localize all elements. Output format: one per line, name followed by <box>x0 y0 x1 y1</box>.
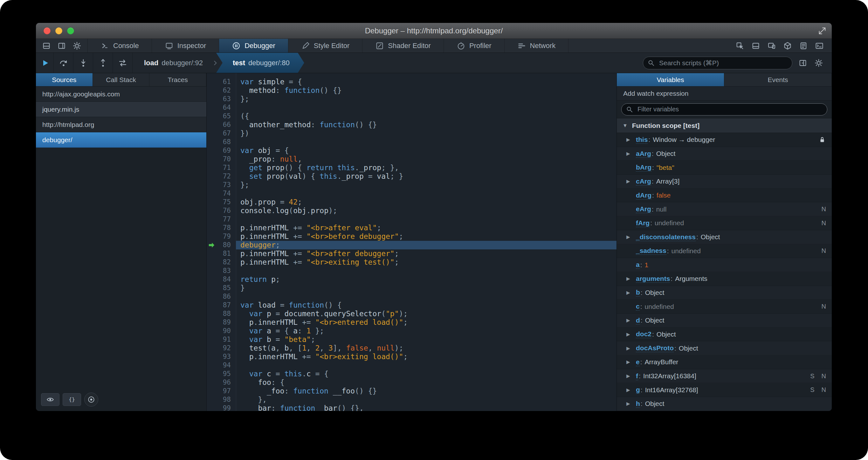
variable-row-docasproto[interactable]: ▶docAsProto:Object <box>617 341 832 355</box>
line-number[interactable]: 76 <box>207 206 236 215</box>
line-content[interactable]: ({ <box>236 112 617 121</box>
line-content[interactable]: foo: { <box>236 378 617 387</box>
expand-arrow-icon[interactable]: ▶ <box>626 373 636 379</box>
line-number[interactable]: 79 <box>207 232 236 241</box>
tab-inspector[interactable]: Inspector <box>152 39 219 53</box>
code-editor[interactable]: 61var simple = {62 method: function() {}… <box>207 73 617 411</box>
line-number[interactable]: 66 <box>207 121 236 129</box>
line-number[interactable]: 84 <box>207 275 236 284</box>
expand-arrow-icon[interactable]: ▶ <box>626 387 636 393</box>
tab-console[interactable]: Console <box>88 39 152 53</box>
expand-arrow-icon[interactable]: ▶ <box>626 401 636 407</box>
source-item-debugger-[interactable]: debugger/ <box>36 132 206 148</box>
expand-arrow-icon[interactable]: ▶ <box>626 317 636 323</box>
line-content[interactable]: p.innerHTML += "<br>before debugger"; <box>236 232 617 241</box>
line-content[interactable]: _prop: null, <box>236 155 617 164</box>
line-number[interactable]: 93 <box>207 352 236 361</box>
variable-row-earg[interactable]: eArg:nullN <box>617 202 832 216</box>
line-number[interactable]: 92 <box>207 344 236 352</box>
line-content[interactable] <box>236 138 617 146</box>
line-number[interactable]: 91 <box>207 335 236 344</box>
sources-tab-traces[interactable]: Traces <box>149 73 206 86</box>
line-content[interactable]: return p; <box>236 275 617 284</box>
variable-row-h[interactable]: ▶h:Object <box>617 397 832 411</box>
line-content[interactable]: var b = "beta"; <box>236 335 617 344</box>
line-number[interactable]: 90 <box>207 327 236 335</box>
source-item-http-htmlpad-org[interactable]: http://htmlpad.org <box>36 117 206 132</box>
tab-shader-editor[interactable]: Shader Editor <box>363 39 444 53</box>
resume-button[interactable] <box>36 53 54 73</box>
breadcrumb-load[interactable]: loaddebugger/:92 <box>136 53 211 73</box>
line-content[interactable]: bar: function _bar() {}, <box>236 404 617 411</box>
line-content[interactable]: console.log(obj.prop); <box>236 206 617 215</box>
variables-tab-events[interactable]: Events <box>724 73 832 86</box>
pause-exceptions-button[interactable] <box>84 393 98 407</box>
line-number[interactable]: 64 <box>207 104 236 112</box>
line-number[interactable]: 68 <box>207 138 236 146</box>
blackbox-eye-button[interactable] <box>41 393 59 406</box>
line-number[interactable]: 89 <box>207 318 236 327</box>
line-number[interactable]: 85 <box>207 284 236 292</box>
command-line-button[interactable] <box>812 40 827 52</box>
variables-tab-variables[interactable]: Variables <box>617 73 724 86</box>
tab-network[interactable]: Network <box>504 39 569 53</box>
line-number[interactable]: 81 <box>207 250 236 258</box>
dock-panel-button[interactable] <box>39 40 54 52</box>
line-number[interactable]: 67 <box>207 129 236 138</box>
variable-row-this[interactable]: ▶this:Window → debugger <box>617 133 832 147</box>
toggle-panes-button[interactable] <box>796 57 810 69</box>
variable-row-barg[interactable]: bArg:"beta" <box>617 161 832 175</box>
line-content[interactable]: var a = { a: 1 }; <box>236 327 617 335</box>
expand-arrow-icon[interactable]: ▶ <box>626 276 636 282</box>
tilt-3d-button[interactable] <box>780 40 795 52</box>
line-content[interactable]: }) <box>236 129 617 138</box>
expand-arrow-icon[interactable]: ▶ <box>626 359 636 365</box>
line-content[interactable]: var load = function() { <box>236 301 617 310</box>
line-number[interactable]: 72 <box>207 172 236 181</box>
line-number[interactable]: 80 <box>207 241 236 250</box>
titlebar[interactable]: Debugger – http://htmlpad.org/debugger/ <box>36 23 832 39</box>
variable-row-c[interactable]: c:undefinedN <box>617 300 832 314</box>
line-content[interactable]: var p = document.querySelector("p"); <box>236 310 617 318</box>
debugger-options-gear-button[interactable] <box>811 57 826 69</box>
variable-row-g[interactable]: ▶g:Int16Array[32768]SN <box>617 383 832 397</box>
trace-button[interactable] <box>113 53 132 73</box>
line-number[interactable]: 73 <box>207 181 236 189</box>
line-content[interactable]: var obj = { <box>236 146 617 155</box>
variable-row-arguments[interactable]: ▶arguments:Arguments <box>617 272 832 286</box>
settings-gear-button[interactable] <box>70 40 84 52</box>
line-number[interactable]: 83 <box>207 266 236 275</box>
source-item-jquery-min-js[interactable]: jquery.min.js <box>36 102 206 117</box>
variable-row-b[interactable]: ▶b:Object <box>617 286 832 300</box>
scope-header[interactable]: ▼ Function scope [test] <box>617 118 832 133</box>
line-number[interactable]: 74 <box>207 189 236 198</box>
line-content[interactable]: }, <box>236 396 617 404</box>
variable-row-aarg[interactable]: ▶aArg:Object <box>617 147 832 161</box>
tab-profiler[interactable]: Profiler <box>444 39 504 53</box>
filter-variables-input[interactable] <box>621 104 827 115</box>
minimize-window-button[interactable] <box>55 27 62 34</box>
step-over-button[interactable] <box>54 53 73 73</box>
line-number[interactable]: 96 <box>207 378 236 387</box>
line-number[interactable]: 65 <box>207 112 236 121</box>
expand-arrow-icon[interactable]: ▶ <box>626 332 636 337</box>
line-number[interactable]: 75 <box>207 198 236 206</box>
line-number[interactable]: 77 <box>207 215 236 224</box>
line-number[interactable]: 97 <box>207 387 236 396</box>
line-number[interactable]: 69 <box>207 146 236 155</box>
breadcrumb-test[interactable]: testdebugger/:80 <box>216 53 304 73</box>
zoom-window-button[interactable] <box>67 27 74 34</box>
split-console-button[interactable] <box>748 40 763 52</box>
line-content[interactable]: p.innerHTML += "<br>exiting test()"; <box>236 258 617 266</box>
search-scripts-input[interactable] <box>643 57 792 69</box>
line-number[interactable]: 95 <box>207 370 236 378</box>
line-content[interactable]: _foo: function __foo() {} <box>236 387 617 396</box>
line-content[interactable]: set prop(val) { this._prop = val; } <box>236 172 617 181</box>
variable-row-f[interactable]: ▶f:Int32Array[16384]SN <box>617 369 832 383</box>
line-number[interactable]: 88 <box>207 310 236 318</box>
line-number[interactable]: 70 <box>207 155 236 164</box>
step-in-button[interactable] <box>73 53 93 73</box>
line-content[interactable]: }; <box>236 181 617 189</box>
line-content[interactable] <box>236 189 617 198</box>
variable-row-a[interactable]: a:1 <box>617 258 832 272</box>
